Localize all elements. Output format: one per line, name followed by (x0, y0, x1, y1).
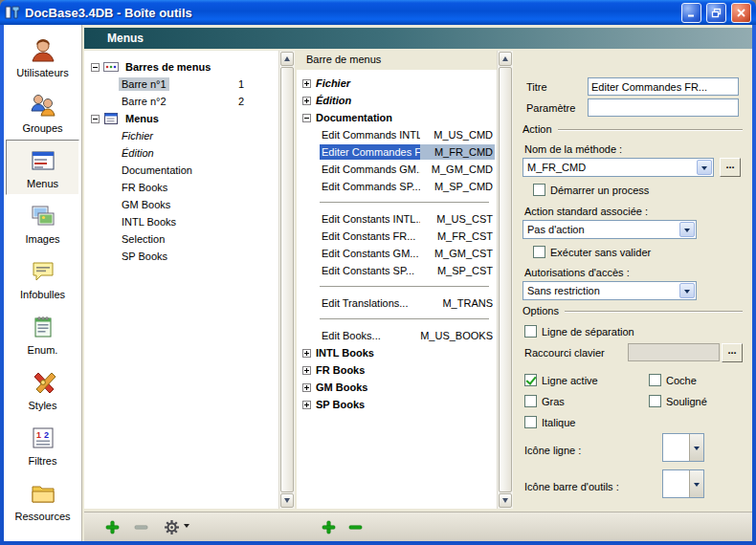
settings-gear-button[interactable] (161, 516, 182, 537)
menu-entry[interactable]: Edit Commands INTL...M_US_CMD (297, 126, 497, 143)
expand-icon[interactable] (302, 366, 311, 375)
tree-item-sp-books[interactable]: SP Books (84, 248, 278, 265)
tree-item-intl-books[interactable]: INTL Books (84, 213, 278, 230)
tree-item-barre1[interactable]: Barre n°1 1 (84, 76, 278, 93)
sidebar-item-infobulles[interactable]: Infobulles (6, 251, 79, 306)
menu-entry[interactable]: Edit Constants INTL...M_US_CST (297, 210, 497, 228)
sidebar-item-label: Utilisateurs (16, 67, 68, 78)
menu-node-intl-books[interactable]: INTL Books (297, 344, 497, 361)
italique-checkbox[interactable]: Italique (524, 416, 575, 428)
scroll-down-button[interactable] (499, 493, 512, 508)
sidebar-item-filtres[interactable]: 12 Filtres (6, 417, 79, 472)
expand-icon[interactable] (302, 97, 311, 105)
tree-item-selection[interactable]: Selection (84, 230, 278, 248)
expand-icon[interactable] (302, 383, 311, 392)
remove-menubar-button[interactable] (130, 516, 151, 537)
methode-combobox[interactable]: M_FR_CMD (523, 158, 714, 177)
raccourci-browse-button[interactable]: ... (722, 343, 743, 362)
menu-entry[interactable]: Edit Constants GM...M_GM_CST (297, 245, 497, 262)
tree-scrollbar[interactable] (278, 51, 295, 509)
menu-entry[interactable]: Edit Translations...M_TRANS (297, 294, 497, 312)
ligne-separation-checkbox[interactable]: Ligne de séparation (524, 325, 634, 338)
executer-sans-valider-checkbox[interactable]: Exécuter sans valider (533, 246, 651, 258)
tree-item-gm-books[interactable]: GM Books (84, 196, 278, 213)
remove-menu-item-button[interactable] (345, 516, 366, 537)
parametre-input[interactable] (588, 98, 739, 117)
tree-item-barre2[interactable]: Barre n°2 2 (84, 93, 278, 110)
tree-node-label: Menus (122, 112, 162, 125)
sidebar-item-groupes[interactable]: Groupes (6, 84, 79, 140)
tree-node-menubars[interactable]: Barres de menus (84, 58, 278, 76)
demarrer-process-checkbox[interactable]: Démarrer un process (533, 184, 649, 196)
autorisations-combobox[interactable]: Sans restriction (523, 281, 697, 300)
menu-node-gm-books[interactable]: GM Books (297, 379, 497, 396)
icone-ligne-picker[interactable] (662, 433, 704, 462)
scroll-thumb[interactable] (280, 67, 294, 492)
tree-item-documentation[interactable]: Documentation (84, 162, 278, 179)
checkbox-box[interactable] (649, 374, 661, 386)
menu-entry[interactable]: Edit Commands GM...M_GM_CMD (297, 161, 497, 178)
settings-dropdown-icon[interactable] (184, 524, 189, 531)
checkbox-box[interactable] (524, 395, 537, 407)
sidebar-item-styles[interactable]: Styles (6, 361, 79, 417)
sidebar-item-label: Groupes (22, 122, 62, 134)
collapse-icon[interactable] (91, 115, 100, 123)
sidebar-item-enum[interactable]: Enum. (6, 306, 79, 361)
expand-icon[interactable] (302, 401, 311, 409)
menu-node-sp-books[interactable]: SP Books (297, 396, 497, 413)
checkbox-box[interactable] (533, 246, 545, 258)
minimize-button[interactable] (681, 3, 701, 23)
gras-checkbox[interactable]: Gras (524, 395, 565, 407)
menu-node-edition[interactable]: Édition (297, 92, 497, 109)
titre-input[interactable] (588, 77, 739, 96)
menu-scrollbar[interactable] (497, 51, 513, 509)
icone-ligne-label: Icône ligne : (524, 445, 581, 456)
checkbox-box[interactable] (524, 325, 537, 338)
expand-icon[interactable] (302, 79, 311, 88)
menu-node-fichier[interactable]: Fichier (297, 75, 497, 92)
collapse-icon[interactable] (91, 63, 100, 72)
tree-item-fr-books[interactable]: FR Books (84, 179, 278, 196)
picker-dropdown-icon[interactable] (689, 470, 703, 497)
checkbox-box[interactable] (533, 184, 545, 196)
sidebar-item-ressources[interactable]: Ressources (6, 472, 79, 528)
svg-text:1: 1 (36, 429, 41, 439)
icone-barre-picker[interactable] (662, 469, 704, 498)
action-standard-combobox[interactable]: Pas d'action (523, 220, 697, 239)
coche-checkbox[interactable]: Coche (649, 374, 697, 386)
methode-browse-button[interactable]: ... (720, 158, 741, 177)
scroll-up-button[interactable] (280, 52, 294, 66)
menu-node-documentation[interactable]: Documentation (297, 109, 497, 126)
tree-item-edition[interactable]: Édition (84, 144, 278, 162)
menu-node-fr-books[interactable]: FR Books (297, 361, 497, 379)
menu-entry[interactable]: Edit Constants SP...M_SP_CST (297, 262, 497, 279)
menu-entry-selected[interactable]: Editer Commandes FR...M_FR_CMD (297, 143, 497, 161)
menu-entry[interactable]: Edit Constants FR...M_FR_CST (297, 228, 497, 245)
checkbox-box[interactable] (524, 416, 537, 428)
expand-icon[interactable] (302, 349, 311, 358)
sidebar-item-images[interactable]: Images (6, 195, 79, 251)
combo-dropdown-icon[interactable] (697, 160, 712, 175)
collapse-icon[interactable] (302, 114, 311, 122)
close-button[interactable] (731, 3, 751, 23)
scroll-thumb[interactable] (499, 67, 512, 492)
tree-item-fichier[interactable]: Fichier (84, 127, 278, 144)
menu-entry[interactable]: Edit Commands SP...M_SP_CMD (297, 178, 497, 195)
scroll-up-button[interactable] (499, 52, 512, 66)
picker-dropdown-icon[interactable] (689, 434, 703, 461)
sidebar-item-utilisateurs[interactable]: Utilisateurs (6, 29, 79, 84)
combo-dropdown-icon[interactable] (679, 283, 695, 298)
add-menu-item-button[interactable] (318, 516, 339, 537)
scroll-down-button[interactable] (280, 493, 294, 508)
combo-dropdown-icon[interactable] (679, 222, 695, 237)
sidebar-item-menus[interactable]: Menus (6, 140, 79, 195)
raccourci-input[interactable] (628, 343, 720, 361)
tree-node-menus[interactable]: Menus (84, 110, 278, 127)
ligne-active-checkbox[interactable]: Ligne active (524, 374, 598, 386)
souligne-checkbox[interactable]: Souligné (649, 395, 707, 407)
menu-entry[interactable]: Edit Books...M_US_BOOKS (297, 327, 497, 344)
checkbox-box[interactable] (649, 395, 661, 407)
checkbox-box-checked[interactable] (524, 374, 537, 386)
add-menubar-button[interactable] (101, 516, 122, 537)
restore-button[interactable] (706, 3, 726, 23)
